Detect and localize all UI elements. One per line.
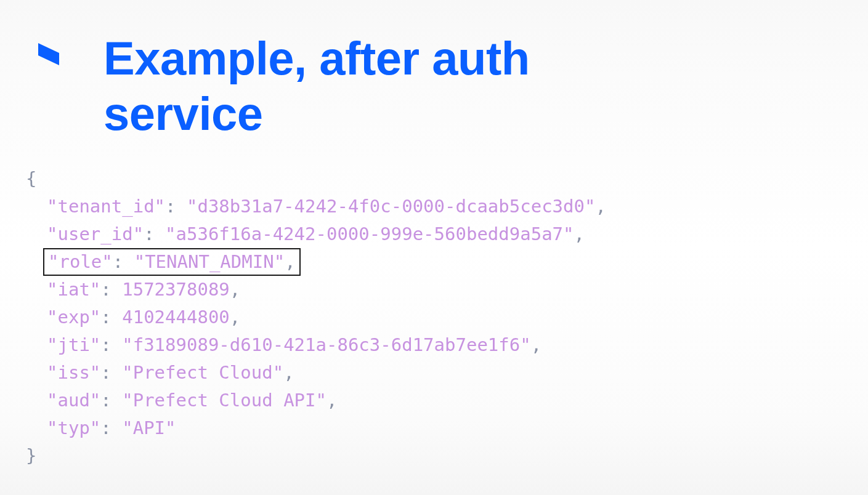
code-line: "user_id": "a536f16a-4242-0000-999e-560b… [26,220,606,248]
code-line: "aud": "Prefect Cloud API", [26,387,606,414]
code-line-highlighted: "role": "TENANT_ADMIN", [26,248,606,276]
slide-title: Example, after auth service [103,31,658,141]
code-line: "jti": "f3189089-d610-421a-86c3-6d17ab7e… [26,331,606,359]
code-line: "exp": 4102444800, [26,304,606,331]
code-line: "typ": "API" [26,414,606,442]
brace-close: } [26,445,36,466]
code-line: "iat": 1572378089, [26,276,606,304]
code-line: "tenant_id": "d38b31a7-4242-4f0c-0000-dc… [26,193,606,220]
prefect-logo-icon [38,43,59,73]
highlight-box: "role": "TENANT_ADMIN", [43,248,301,276]
code-line: "iss": "Prefect Cloud", [26,359,606,387]
json-code-block: { "tenant_id": "d38b31a7-4242-4f0c-0000-… [26,165,606,470]
brace-open: { [26,168,36,189]
